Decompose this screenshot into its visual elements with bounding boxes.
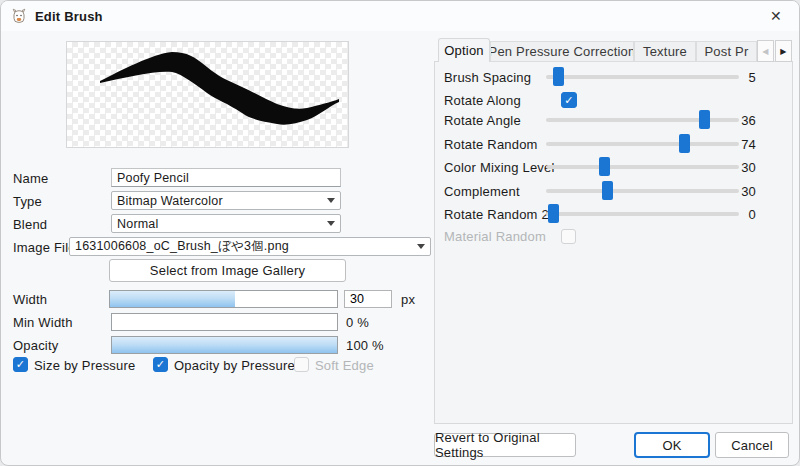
rotate-random-slider[interactable] (546, 142, 739, 146)
select-from-image-gallery-button[interactable]: Select from Image Gallery (109, 259, 346, 282)
rotate-angle-slider-handle[interactable] (699, 110, 710, 129)
brush-stroke-image (67, 42, 348, 147)
chevron-down-icon (327, 198, 335, 203)
size-by-pressure-label: Size by Pressure (34, 358, 135, 373)
opacity-label: Opacity (13, 338, 58, 353)
blend-label: Blend (13, 217, 47, 232)
tab-option[interactable]: Option (438, 38, 490, 62)
name-label: Name (13, 171, 48, 186)
opacity-slider-fill (112, 337, 337, 353)
close-icon[interactable]: ✕ (753, 1, 799, 31)
tab-texture[interactable]: Texture (634, 41, 696, 62)
image-file-label: Image File (13, 240, 76, 255)
color-mixing-level-slider-handle[interactable] (599, 157, 610, 176)
color-mixing-level-label: Color Mixing Level (444, 160, 555, 175)
image-file-value: 1631006608_oC_Brush_ぼや3個.png (75, 238, 413, 255)
min-width-slider[interactable] (111, 313, 338, 331)
width-unit-label: px (401, 292, 415, 307)
rotate-along-label: Rotate Along (444, 93, 521, 108)
rotate-angle-label: Rotate Angle (444, 113, 521, 128)
complement-slider-handle[interactable] (602, 181, 613, 200)
opacity-value: 100 % (346, 338, 384, 353)
brush-spacing-label: Brush Spacing (444, 70, 531, 85)
title-bar: Edit Brush ✕ (1, 1, 799, 31)
width-value-input[interactable] (344, 290, 392, 308)
chevron-down-icon (417, 244, 425, 249)
rotate-random-2-slider[interactable] (546, 212, 739, 216)
rotate-random-2-value: 0 (714, 207, 756, 222)
width-slider[interactable] (109, 290, 338, 308)
brush-spacing-slider[interactable] (546, 75, 739, 79)
brush-spacing-value: 5 (714, 70, 756, 85)
type-label: Type (13, 194, 42, 209)
tab-scroll-right-icon[interactable]: ▶ (775, 40, 792, 62)
tab-scroll-left-icon: ◀ (757, 40, 774, 62)
tab-post-processing[interactable]: Post Pr (696, 41, 757, 62)
material-random-checkbox: ✓ (561, 229, 576, 244)
color-mixing-level-slider[interactable] (546, 165, 739, 169)
color-mixing-level-value: 30 (714, 160, 756, 175)
app-icon (11, 8, 27, 24)
type-select[interactable]: Bitmap Watercolor (111, 191, 341, 210)
rotate-angle-slider[interactable] (546, 118, 739, 122)
opacity-by-pressure-label: Opacity by Pressure (174, 358, 295, 373)
edit-brush-dialog: Edit Brush ✕ Name Type Bitmap Watercolor… (0, 0, 800, 466)
opacity-by-pressure-checkbox[interactable]: ✓ (153, 357, 168, 372)
width-label: Width (13, 292, 47, 307)
width-slider-fill (110, 291, 235, 307)
rotate-random-label: Rotate Random (444, 137, 538, 152)
dialog-title: Edit Brush (35, 9, 103, 24)
cancel-button[interactable]: Cancel (715, 432, 789, 458)
size-by-pressure-checkbox[interactable]: ✓ (13, 357, 28, 372)
min-width-value: 0 % (346, 315, 369, 330)
check-icon: ✓ (16, 359, 25, 370)
brush-preview (66, 41, 349, 148)
chevron-down-icon (327, 221, 335, 226)
revert-to-original-settings-button[interactable]: Revert to Original Settings (434, 433, 576, 457)
check-icon: ✓ (564, 95, 573, 106)
complement-slider[interactable] (546, 189, 739, 193)
brush-spacing-slider-handle[interactable] (553, 67, 564, 86)
rotate-random-value: 74 (714, 137, 756, 152)
material-random-label: Material Random (444, 229, 546, 244)
type-value: Bitmap Watercolor (117, 194, 323, 208)
opacity-slider[interactable] (111, 336, 338, 354)
blend-value: Normal (117, 217, 323, 231)
rotate-random-2-slider-handle[interactable] (548, 204, 559, 223)
check-icon: ✓ (156, 359, 165, 370)
complement-label: Complement (444, 184, 520, 199)
rotate-random-2-label: Rotate Random 2 (444, 207, 549, 222)
soft-edge-checkbox: ✓ (294, 357, 309, 372)
rotate-angle-value: 36 (714, 113, 756, 128)
ok-button[interactable]: OK (634, 432, 710, 458)
soft-edge-label: Soft Edge (315, 358, 374, 373)
name-input[interactable] (111, 168, 341, 187)
rotate-along-checkbox[interactable]: ✓ (561, 92, 577, 108)
blend-select[interactable]: Normal (111, 214, 341, 233)
min-width-label: Min Width (13, 315, 73, 330)
rotate-random-slider-handle[interactable] (679, 134, 690, 153)
complement-value: 30 (714, 184, 756, 199)
image-file-select[interactable]: 1631006608_oC_Brush_ぼや3個.png (69, 237, 431, 256)
tab-pen-pressure-correction[interactable]: Pen Pressure Correction (490, 41, 634, 62)
